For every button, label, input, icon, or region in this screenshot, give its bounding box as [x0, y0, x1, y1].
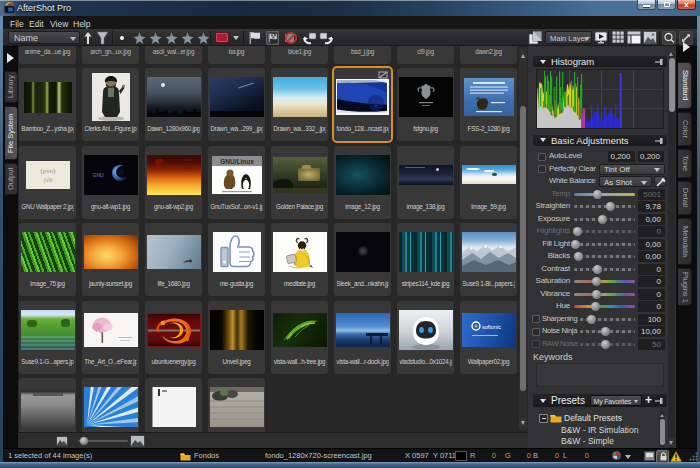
svg-text:ƒ∂θ: ƒ∂θ: [43, 177, 52, 184]
svg-text:softonic: softonic: [482, 324, 501, 330]
svg-text:GNU/Linux: GNU/Linux: [220, 157, 254, 164]
svg-text:(ρνυ): (ρνυ): [40, 167, 55, 175]
